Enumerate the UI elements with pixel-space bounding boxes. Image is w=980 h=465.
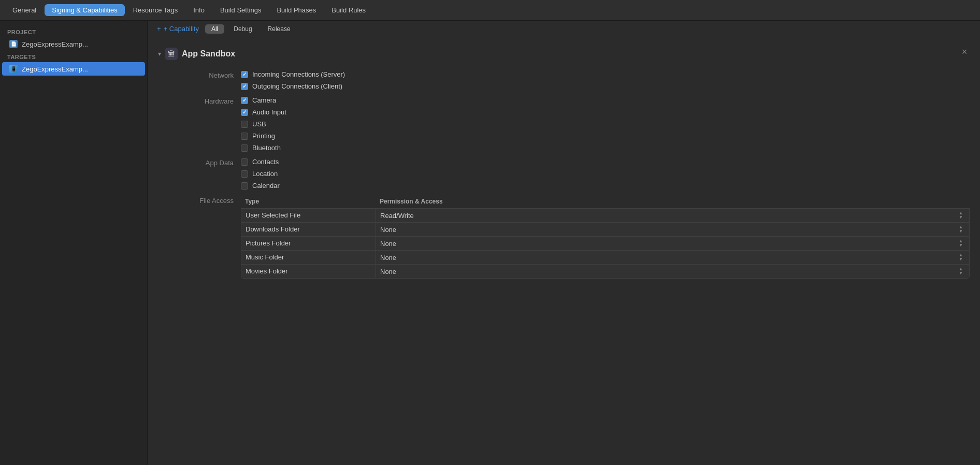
permission-value-0: Read/Write — [380, 212, 414, 220]
add-capability-button[interactable]: + + Capability — [154, 24, 202, 34]
capability-content: Network Incoming Connections (Server) Ou… — [158, 70, 970, 278]
usb-checkbox[interactable] — [241, 121, 248, 128]
capability-header: ▾ 🏛 App Sandbox — [158, 48, 970, 60]
target-item-label: ZegoExpressExamp... — [22, 65, 88, 73]
camera-label: Camera — [252, 96, 276, 104]
printing-row[interactable]: Printing — [241, 132, 286, 140]
usb-row[interactable]: USB — [241, 120, 286, 128]
table-row: User Selected File Read/Write ▲ ▼ — [241, 208, 970, 223]
network-section: Network Incoming Connections (Server) Ou… — [179, 70, 970, 90]
capability-sandbox-icon: 🏛 — [165, 48, 178, 60]
permission-value-2: None — [380, 240, 396, 248]
outgoing-connections-checkbox[interactable] — [241, 83, 248, 90]
file-access-table: Type Permission & Access User Selected F… — [241, 196, 970, 278]
outgoing-connections-row[interactable]: Outgoing Connections (Client) — [241, 82, 345, 90]
file-permission-3[interactable]: None ▲ ▼ — [376, 251, 969, 264]
project-section-label: PROJECT — [0, 26, 147, 37]
bluetooth-label: Bluetooth — [252, 144, 281, 152]
project-file-icon: 📄 — [9, 40, 18, 48]
stepper-4[interactable]: ▲ ▼ — [959, 267, 963, 275]
incoming-connections-label: Incoming Connections (Server) — [252, 70, 345, 78]
hardware-label: Hardware — [179, 96, 241, 152]
tab-general[interactable]: General — [5, 4, 44, 16]
main-layout: PROJECT 📄 ZegoExpressExamp... TARGETS 📱 … — [0, 21, 980, 465]
sidebar-item-target[interactable]: 📱 ZegoExpressExamp... — [2, 62, 145, 76]
capability-title: App Sandbox — [182, 49, 235, 59]
calendar-checkbox[interactable] — [241, 182, 248, 190]
audio-input-checkbox[interactable] — [241, 109, 248, 116]
camera-checkbox[interactable] — [241, 97, 248, 104]
filter-release-button[interactable]: Release — [262, 24, 297, 34]
contacts-row[interactable]: Contacts — [241, 158, 280, 166]
printing-checkbox[interactable] — [241, 133, 248, 140]
add-capability-label: + Capability — [164, 25, 199, 33]
stepper-down-2[interactable]: ▼ — [959, 243, 963, 248]
incoming-connections-checkbox[interactable] — [241, 71, 248, 78]
stepper-0[interactable]: ▲ ▼ — [959, 211, 963, 220]
filter-debug-button[interactable]: Debug — [227, 24, 258, 34]
network-items: Incoming Connections (Server) Outgoing C… — [241, 70, 345, 90]
contacts-label: Contacts — [252, 158, 279, 166]
stepper-down-4[interactable]: ▼ — [959, 271, 963, 275]
col-permission-header: Permission & Access — [376, 196, 970, 207]
usb-label: USB — [252, 120, 266, 128]
calendar-label: Calendar — [252, 182, 280, 190]
file-type-4: Movies Folder — [241, 265, 376, 278]
network-label: Network — [179, 70, 241, 90]
audio-input-label: Audio Input — [252, 108, 286, 116]
targets-section-label: TARGETS — [0, 51, 147, 62]
stepper-down-3[interactable]: ▼ — [959, 257, 963, 261]
close-capability-button[interactable]: × — [959, 47, 970, 57]
file-type-1: Downloads Folder — [241, 223, 376, 236]
table-row: Pictures Folder None ▲ ▼ — [241, 236, 970, 251]
tab-build-settings[interactable]: Build Settings — [213, 4, 269, 16]
stepper-2[interactable]: ▲ ▼ — [959, 239, 963, 248]
file-type-3: Music Folder — [241, 251, 376, 264]
audio-input-row[interactable]: Audio Input — [241, 108, 286, 116]
file-permission-1[interactable]: None ▲ ▼ — [376, 223, 969, 236]
project-item-label: ZegoExpressExamp... — [22, 40, 88, 48]
outgoing-connections-label: Outgoing Connections (Client) — [252, 82, 342, 90]
hardware-items: Camera Audio Input USB — [241, 96, 286, 152]
stepper-1[interactable]: ▲ ▼ — [959, 225, 963, 234]
incoming-connections-row[interactable]: Incoming Connections (Server) — [241, 70, 345, 78]
file-permission-2[interactable]: None ▲ ▼ — [376, 237, 969, 250]
stepper-down-1[interactable]: ▼ — [959, 229, 963, 234]
add-capability-plus: + — [157, 25, 161, 33]
collapse-arrow-icon[interactable]: ▾ — [158, 50, 161, 57]
file-type-2: Pictures Folder — [241, 237, 376, 250]
app-data-items: Contacts Location Calendar — [241, 158, 280, 190]
file-permission-4[interactable]: None ▲ ▼ — [376, 265, 969, 278]
permission-value-3: None — [380, 254, 396, 261]
location-row[interactable]: Location — [241, 170, 280, 178]
app-data-label: App Data — [179, 158, 241, 190]
content-area: + + Capability All Debug Release ▾ 🏛 App… — [148, 21, 980, 465]
tab-build-rules[interactable]: Build Rules — [324, 4, 373, 16]
stepper-3[interactable]: ▲ ▼ — [959, 253, 963, 261]
bluetooth-checkbox[interactable] — [241, 144, 248, 152]
sidebar: PROJECT 📄 ZegoExpressExamp... TARGETS 📱 … — [0, 21, 148, 465]
stepper-down-0[interactable]: ▼ — [959, 215, 963, 220]
sidebar-item-project[interactable]: 📄 ZegoExpressExamp... — [2, 37, 145, 51]
tab-info[interactable]: Info — [186, 4, 212, 16]
calendar-row[interactable]: Calendar — [241, 182, 280, 190]
camera-row[interactable]: Camera — [241, 96, 286, 104]
app-data-section: App Data Contacts Location — [179, 158, 970, 190]
location-label: Location — [252, 170, 278, 178]
printing-label: Printing — [252, 132, 275, 140]
file-type-0: User Selected File — [241, 209, 376, 222]
file-permission-0[interactable]: Read/Write ▲ ▼ — [376, 209, 969, 222]
location-checkbox[interactable] — [241, 170, 248, 178]
table-row: Movies Folder None ▲ ▼ — [241, 264, 970, 279]
file-access-section: File Access Type Permission & Access Use… — [179, 196, 970, 278]
app-sandbox-section: ▾ 🏛 App Sandbox × Network Incoming Conne… — [158, 48, 970, 278]
contacts-checkbox[interactable] — [241, 158, 248, 166]
filter-all-button[interactable]: All — [205, 24, 224, 34]
tab-signing[interactable]: Signing & Capabilities — [45, 4, 124, 16]
secondary-tab-bar: + + Capability All Debug Release — [148, 21, 980, 37]
bluetooth-row[interactable]: Bluetooth — [241, 144, 286, 152]
top-tab-bar: General Signing & Capabilities Resource … — [0, 0, 980, 21]
tab-build-phases[interactable]: Build Phases — [269, 4, 323, 16]
table-row: Downloads Folder None ▲ ▼ — [241, 222, 970, 237]
tab-resource-tags[interactable]: Resource Tags — [126, 4, 185, 16]
